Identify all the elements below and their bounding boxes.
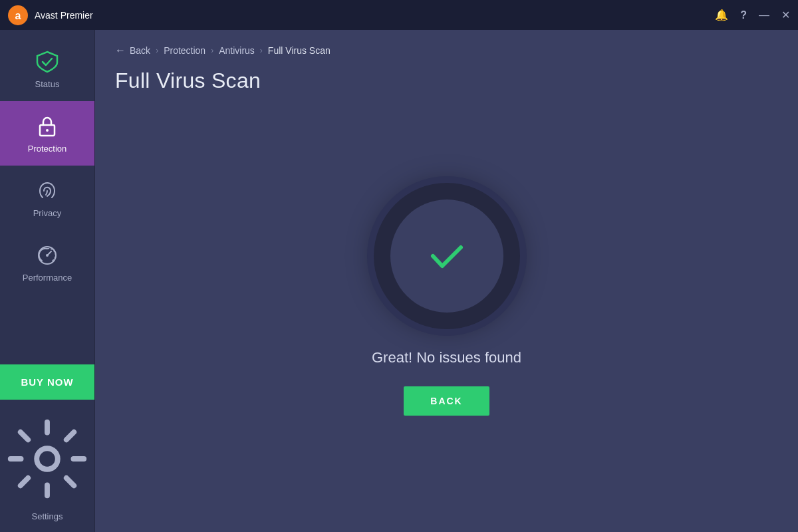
- sidebar-item-performance[interactable]: Performance: [0, 230, 94, 295]
- page-title: Full Virus Scan: [95, 63, 798, 93]
- sidebar-item-label-protection: Protection: [28, 144, 67, 154]
- breadcrumb: ← Back › Protection › Antivirus › Full V…: [95, 30, 798, 63]
- help-icon[interactable]: ?: [740, 9, 747, 21]
- titlebar: a Avast Premier 🔔 ? — ✕: [0, 0, 798, 30]
- breadcrumb-protection: Protection: [164, 45, 205, 56]
- back-button[interactable]: BACK: [404, 386, 489, 416]
- sidebar: Status Protection Privacy: [0, 30, 95, 532]
- breadcrumb-antivirus: Antivirus: [219, 45, 255, 56]
- sidebar-item-status[interactable]: Status: [0, 37, 94, 101]
- breadcrumb-separator-3: ›: [260, 46, 263, 55]
- breadcrumb-separator-1: ›: [156, 46, 158, 55]
- breadcrumb-current: Full Virus Scan: [268, 45, 331, 56]
- shield-icon: [35, 50, 59, 74]
- speedometer-icon: [35, 243, 59, 267]
- result-circle-outer: [374, 183, 520, 329]
- svg-point-6: [46, 254, 49, 257]
- svg-point-3: [46, 129, 49, 132]
- titlebar-controls: 🔔 ? — ✕: [715, 9, 790, 21]
- sidebar-item-label-status: Status: [35, 79, 60, 89]
- fingerprint-icon: [35, 179, 59, 203]
- content-area: ← Back › Protection › Antivirus › Full V…: [95, 30, 798, 532]
- back-label: Back: [130, 45, 150, 56]
- close-button[interactable]: ✕: [781, 9, 790, 21]
- minimize-button[interactable]: —: [759, 9, 769, 21]
- avast-logo-icon: a: [8, 5, 28, 25]
- scan-result-area: Great! No issues found BACK: [95, 93, 798, 532]
- sidebar-item-privacy[interactable]: Privacy: [0, 166, 94, 230]
- svg-text:a: a: [15, 10, 21, 21]
- breadcrumb-separator-2: ›: [211, 46, 213, 55]
- result-message: Great! No issues found: [372, 349, 521, 366]
- app-title: Avast Premier: [35, 10, 93, 21]
- sidebar-item-protection[interactable]: Protection: [0, 101, 94, 166]
- back-arrow-icon: ←: [115, 45, 126, 57]
- bell-icon[interactable]: 🔔: [715, 9, 728, 21]
- main-layout: Status Protection Privacy: [0, 30, 798, 532]
- settings-icon: [0, 412, 94, 506]
- sidebar-item-settings[interactable]: Settings: [0, 400, 94, 532]
- back-link[interactable]: ← Back: [115, 45, 150, 57]
- buy-now-button[interactable]: BUY NOW: [0, 364, 94, 400]
- result-circle-inner: [390, 200, 503, 313]
- sidebar-item-label-privacy: Privacy: [33, 208, 62, 218]
- titlebar-left: a Avast Premier: [8, 5, 93, 25]
- sidebar-item-label-performance: Performance: [23, 273, 72, 283]
- svg-point-7: [37, 448, 58, 469]
- lock-icon: [35, 114, 59, 138]
- checkmark-icon: [424, 233, 470, 279]
- sidebar-item-label-settings: Settings: [32, 511, 63, 521]
